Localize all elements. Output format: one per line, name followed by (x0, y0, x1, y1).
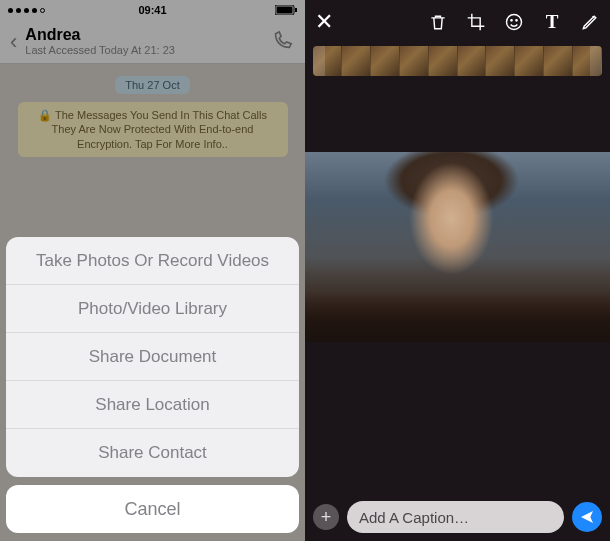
chat-header: ‹ Andrea Last Accessed Today At 21: 23 (0, 20, 305, 64)
back-icon[interactable]: ‹ (10, 29, 17, 55)
status-time: 09:41 (138, 4, 166, 16)
chat-subtitle: Last Accessed Today At 21: 23 (25, 44, 271, 57)
add-media-button[interactable]: + (313, 504, 339, 530)
crop-icon[interactable] (466, 12, 486, 32)
date-separator: Thu 27 Oct (115, 76, 189, 94)
caption-placeholder: Add A Caption… (359, 509, 469, 526)
emoji-icon[interactable] (504, 12, 524, 32)
trim-handle-right[interactable] (590, 46, 602, 76)
action-sheet-cancel-group: Cancel (6, 485, 299, 533)
trash-icon[interactable] (428, 12, 448, 32)
signal-indicator (8, 8, 45, 13)
action-photo-library[interactable]: Photo/Video Library (6, 285, 299, 333)
editor-toolbar: ✕ T (305, 0, 610, 44)
close-icon[interactable]: ✕ (315, 9, 333, 35)
chat-name: Andrea (25, 26, 271, 44)
encryption-text: The Messages You Send In This Chat Calls… (52, 109, 267, 150)
svg-rect-2 (295, 8, 297, 12)
action-take-photo[interactable]: Take Photos Or Record Videos (6, 237, 299, 285)
action-share-location[interactable]: Share Location (6, 381, 299, 429)
video-frame (305, 152, 610, 342)
action-share-document[interactable]: Share Document (6, 333, 299, 381)
chat-title-block[interactable]: Andrea Last Accessed Today At 21: 23 (25, 26, 271, 57)
lock-icon: 🔒 (38, 108, 52, 122)
status-bar: 09:41 (0, 0, 305, 20)
svg-rect-1 (277, 7, 293, 14)
cancel-button[interactable]: Cancel (6, 485, 299, 533)
pencil-icon[interactable] (580, 12, 600, 32)
media-editor-screen: ✕ T + Add A Caption… (305, 0, 610, 541)
caption-input[interactable]: Add A Caption… (347, 501, 564, 533)
svg-point-4 (511, 20, 512, 21)
action-share-contact[interactable]: Share Contact (6, 429, 299, 477)
send-button[interactable] (572, 502, 602, 532)
svg-point-5 (516, 20, 517, 21)
phone-icon[interactable] (271, 30, 295, 54)
video-trim-filmstrip[interactable] (313, 46, 602, 76)
action-sheet-options: Take Photos Or Record Videos Photo/Video… (6, 237, 299, 477)
encryption-notice[interactable]: 🔒The Messages You Send In This Chat Call… (18, 102, 288, 157)
chat-screen: 09:41 ‹ Andrea Last Accessed Today At 21… (0, 0, 305, 541)
trim-handle-left[interactable] (313, 46, 325, 76)
media-preview[interactable] (305, 82, 610, 493)
caption-bar: + Add A Caption… (305, 493, 610, 541)
text-icon[interactable]: T (542, 12, 562, 32)
svg-point-3 (507, 15, 522, 30)
battery-indicator (275, 5, 297, 15)
attachment-action-sheet: Take Photos Or Record Videos Photo/Video… (6, 237, 299, 533)
